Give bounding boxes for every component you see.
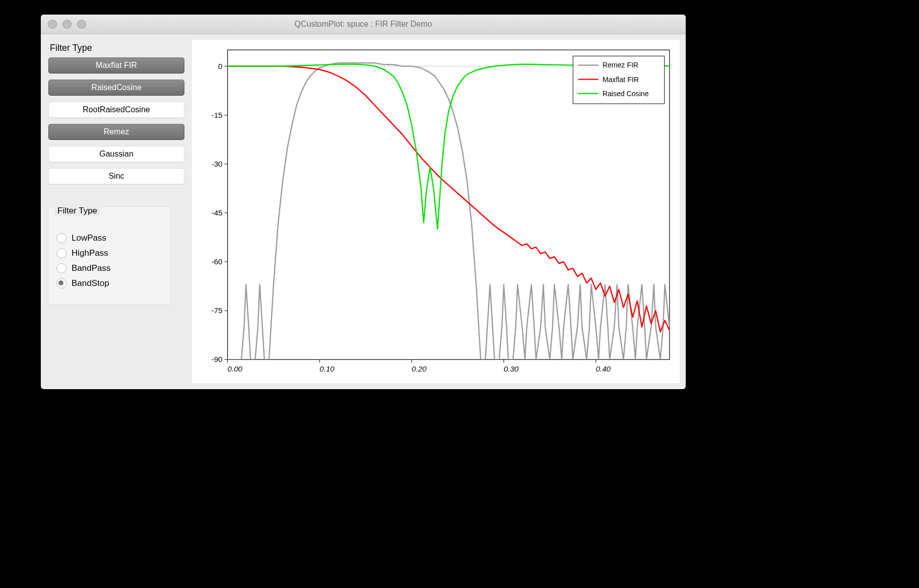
radio-label: HighPass: [72, 248, 108, 258]
svg-text:Raised Cosine: Raised Cosine: [603, 90, 649, 98]
close-icon[interactable]: [48, 20, 57, 29]
svg-text:-90: -90: [212, 355, 223, 363]
radio-icon[interactable]: [56, 278, 67, 288]
svg-text:-30: -30: [212, 160, 223, 168]
titlebar: QCustomPlot: spuce : FIR Filter Demo: [41, 15, 686, 34]
radio-icon[interactable]: [56, 233, 67, 243]
svg-text:0.20: 0.20: [412, 364, 427, 373]
sidebar: Filter Type Maxflat FIRRaisedCosineRootR…: [41, 34, 192, 389]
radio-bandstop[interactable]: BandStop: [56, 278, 162, 288]
radio-label: LowPass: [72, 233, 106, 243]
filter-button-remez[interactable]: Remez: [48, 124, 184, 140]
chart-canvas[interactable]: 0-15-30-45-60-75-900.000.100.200.300.40R…: [192, 40, 680, 385]
filter-mode-group: Filter Type LowPassHighPassBandPassBandS…: [48, 206, 171, 305]
plot-area[interactable]: 0-15-30-45-60-75-900.000.100.200.300.40R…: [192, 34, 686, 389]
svg-text:0.30: 0.30: [504, 364, 519, 373]
filter-button-raisedcosine[interactable]: RaisedCosine: [48, 80, 184, 96]
zoom-icon[interactable]: [77, 20, 86, 29]
svg-text:Remez FIR: Remez FIR: [603, 61, 638, 69]
filter-button-rootraisedcosine[interactable]: RootRaisedCosine: [48, 102, 184, 118]
traffic-lights: [48, 20, 86, 29]
filter-button-sinc[interactable]: Sinc: [48, 168, 184, 184]
svg-text:-60: -60: [212, 257, 223, 266]
radio-lowpass[interactable]: LowPass: [56, 233, 162, 243]
radio-label: BandPass: [72, 263, 111, 273]
svg-text:-45: -45: [212, 208, 223, 217]
window-title: QCustomPlot: spuce : FIR Filter Demo: [295, 20, 432, 29]
svg-text:0.00: 0.00: [228, 364, 243, 373]
app-window: QCustomPlot: spuce : FIR Filter Demo Fil…: [41, 15, 686, 389]
svg-text:-75: -75: [212, 306, 223, 315]
filter-button-gaussian[interactable]: Gaussian: [48, 146, 184, 162]
minimize-icon[interactable]: [62, 20, 72, 29]
svg-text:0: 0: [218, 62, 222, 70]
group-title: Filter Type: [54, 206, 100, 216]
sidebar-heading: Filter Type: [50, 43, 183, 53]
svg-text:0.40: 0.40: [596, 364, 611, 373]
svg-text:0.10: 0.10: [319, 364, 335, 373]
radio-icon[interactable]: [56, 263, 67, 273]
radio-label: BandStop: [72, 278, 109, 288]
radio-bandpass[interactable]: BandPass: [56, 263, 162, 273]
svg-text:-15: -15: [212, 111, 223, 119]
radio-highpass[interactable]: HighPass: [56, 248, 162, 258]
radio-icon[interactable]: [56, 248, 67, 258]
filter-button-maxflatfir[interactable]: Maxflat FIR: [48, 57, 184, 74]
svg-text:Maxflat FIR: Maxflat FIR: [603, 76, 639, 84]
